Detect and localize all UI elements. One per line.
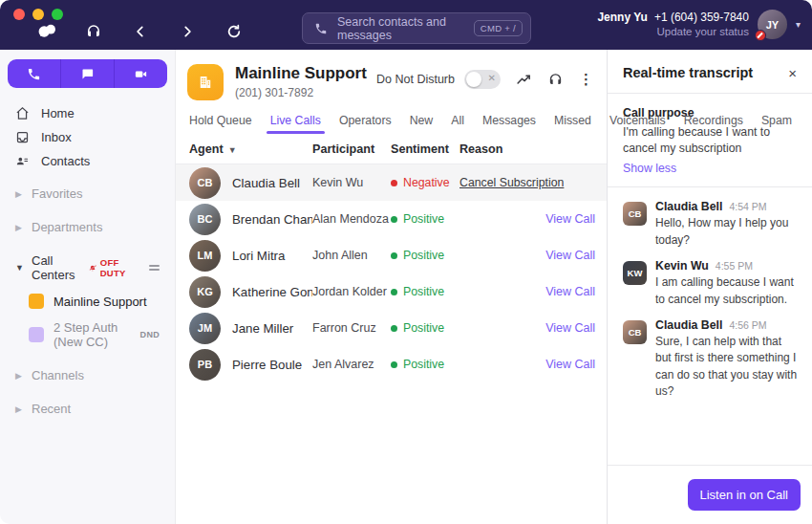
chevron-down-icon[interactable]: ▾ (796, 19, 801, 30)
sidebar-section-channels[interactable]: ▶ Channels (0, 362, 175, 388)
table-row[interactable]: BC Brendan Chang Alan Mendoza Positive V… (176, 201, 607, 237)
column-header-agent[interactable]: Agent▼ (189, 142, 312, 156)
transcript-messages: CB Claudia Bell 4:54 PM Hello, How may I… (608, 187, 812, 420)
table-row[interactable]: KG Katherine Gonzales Jordan Kolder Posi… (176, 273, 607, 310)
sidebar-item-mainline-support[interactable]: Mainline Support (0, 288, 175, 315)
new-call-button[interactable] (8, 59, 60, 88)
inbox-icon (15, 130, 31, 144)
dnd-tag: DND (140, 330, 160, 339)
tab-hold-queue[interactable]: Hold Queue (189, 114, 252, 134)
table-header: Agent▼ Participant Sentiment Reason (176, 134, 607, 164)
chevron-right-icon: ▶ (15, 189, 23, 199)
user-menu[interactable]: Jenny Yu+1 (604) 359-7840 Update your st… (597, 10, 801, 40)
sidebar-item-contacts[interactable]: Contacts (0, 149, 175, 173)
column-header-sentiment[interactable]: Sentiment (391, 142, 459, 156)
queue-settings-icon[interactable] (149, 265, 160, 271)
agent-name: Katherine Gonzales (232, 285, 312, 299)
tab-live-calls[interactable]: Live Calls (270, 114, 321, 134)
sentiment-dot (391, 325, 397, 332)
listen-in-on-call-button[interactable]: Listen in on Call (688, 479, 801, 511)
search-input[interactable]: Search contacts and messages CMD + / (302, 12, 531, 44)
table-row[interactable]: CB Claudia Bell Kevin Wu Negative Cancel… (176, 164, 607, 201)
off-duty-status: OFF DUTY (89, 257, 133, 278)
update-status-link[interactable]: Update your status (597, 25, 749, 40)
agent-name: Claudia Bell (232, 176, 300, 190)
bell-off-icon (89, 263, 96, 273)
new-video-button[interactable] (114, 59, 167, 88)
tab-new[interactable]: New (410, 114, 434, 134)
agent-name: Jane Miller (232, 321, 293, 336)
sidebar-section-departments[interactable]: ▶ Departments (0, 214, 175, 240)
sidebar-item-inbox[interactable]: Inbox (0, 125, 175, 149)
sidebar-section-call-centers[interactable]: ▼ Call Centers OFF DUTY (0, 248, 175, 288)
table-row[interactable]: PB Pierre Boule Jen Alvarez Positive Vie… (176, 346, 607, 382)
sentiment-dot (391, 252, 397, 259)
sidebar-item-home[interactable]: Home (0, 101, 175, 125)
tab-all[interactable]: All (451, 114, 464, 134)
dnd-toggle[interactable]: ✕ (464, 70, 501, 89)
table-row[interactable]: JM Jane Miller Farron Cruz Positive View… (176, 310, 607, 346)
view-call-link[interactable]: View Call (545, 358, 595, 371)
table-row[interactable]: LM Lori Mitra John Allen Positive View C… (176, 237, 607, 273)
tab-voicemails[interactable]: Voicemails (609, 114, 666, 134)
close-window-button[interactable] (13, 9, 25, 20)
speaker-avatar: CB (623, 202, 647, 226)
transcript-message: CB Claudia Bell 4:56 PM Sure, I can help… (623, 318, 799, 401)
view-call-link[interactable]: View Call (545, 285, 595, 298)
search-shortcut-badge: CMD + / (474, 20, 523, 36)
agent-avatar: CB (189, 167, 221, 199)
maximize-window-button[interactable] (52, 9, 63, 20)
tab-operators[interactable]: Operators (339, 114, 392, 134)
speaker-name: Claudia Bell (655, 200, 722, 213)
close-icon[interactable]: × (788, 66, 797, 80)
speaker-avatar: KW (623, 261, 647, 285)
topbar: Search contacts and messages CMD + / Jen… (0, 0, 812, 50)
sentiment-dot (391, 216, 397, 223)
column-header-reason[interactable]: Reason (459, 142, 595, 156)
agent-name: Brendan Chang (232, 212, 312, 227)
minimize-window-button[interactable] (32, 9, 44, 20)
column-header-participant[interactable]: Participant (312, 142, 391, 156)
back-icon[interactable] (130, 21, 151, 42)
view-call-link[interactable]: View Call (545, 249, 595, 262)
headset-icon[interactable] (547, 72, 564, 88)
tab-messages[interactable]: Messages (482, 114, 536, 134)
forward-icon[interactable] (177, 21, 198, 42)
speaker-avatar: CB (623, 320, 647, 344)
message-text: I am calling because I want to cancel my… (655, 274, 799, 308)
kebab-menu-icon[interactable]: ⋮ (579, 71, 593, 88)
chevron-right-icon: ▶ (15, 223, 23, 232)
new-message-button[interactable] (60, 59, 114, 88)
home-icon (15, 106, 31, 120)
sidebar-section-favorites[interactable]: ▶ Favorites (0, 181, 175, 207)
app-window: Search contacts and messages CMD + / Jen… (0, 0, 812, 524)
user-avatar[interactable]: JY (758, 10, 787, 39)
call-center-avatar (29, 294, 44, 309)
message-time: 4:54 PM (729, 201, 766, 212)
sidebar: Home Inbox Contacts ▶ Favorites ▶ Depart… (0, 50, 176, 524)
dialpad-logo (36, 21, 57, 42)
sidebar-section-recent[interactable]: ▶ Recent (0, 396, 175, 422)
tab-recordings[interactable]: Recordings (684, 114, 743, 134)
chevron-right-icon: ▶ (15, 371, 23, 381)
analytics-icon[interactable] (516, 72, 532, 88)
show-less-link[interactable]: Show less (623, 162, 797, 175)
participant-name: Alan Mendoza (312, 212, 391, 226)
window-controls (13, 9, 63, 20)
view-call-link[interactable]: View Call (545, 321, 595, 335)
tab-spam[interactable]: Spam (761, 114, 792, 134)
tab-missed[interactable]: Missed (554, 114, 591, 134)
view-call-link[interactable]: View Call (545, 212, 595, 226)
participant-name: John Allen (312, 249, 391, 262)
headset-icon[interactable] (83, 21, 104, 42)
participant-name: Kevin Wu (312, 176, 391, 189)
reason-link[interactable]: Cancel Subscription (459, 176, 564, 189)
sentiment-badge: Positive (391, 358, 459, 371)
sidebar-item-2-step-auth[interactable]: 2 Step Auth (New CC) DND (0, 315, 175, 355)
quick-actions (8, 59, 167, 88)
page-title: Mainline Support (235, 64, 367, 83)
refresh-icon[interactable] (224, 21, 245, 42)
speaker-name: Kevin Wu (655, 259, 709, 273)
video-icon (133, 67, 149, 81)
message-text: Sure, I can help with that but first is … (655, 334, 799, 401)
